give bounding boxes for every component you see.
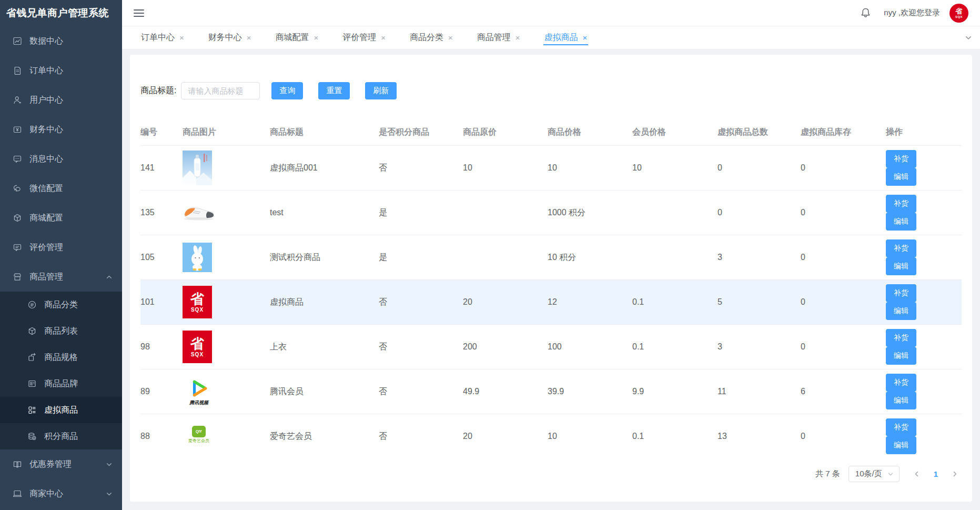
sidebar-item-points-product[interactable]: 积分商品	[0, 423, 122, 449]
sidebar-item-product-spec[interactable]: 商品规格	[0, 344, 122, 371]
content-card: 商品标题: 查询 重置 刷新 编号商品图片商品标题是否积分商品商品原价商品价格会…	[130, 55, 972, 502]
cell-virtual-stock: 6	[801, 369, 886, 414]
welcome-text: nyy ,欢迎您登录	[884, 8, 940, 18]
finance-icon	[13, 125, 22, 134]
cell-title: 上衣	[270, 325, 379, 369]
close-icon[interactable]: ×	[448, 34, 453, 42]
page-size-value: 10条/页	[855, 469, 882, 479]
sidebar-item-data-center[interactable]: 数据中心	[0, 26, 122, 56]
edit-button[interactable]: 编辑	[886, 347, 916, 365]
brand-icon	[27, 379, 37, 388]
notification-bell-icon[interactable]	[860, 7, 871, 18]
sidebar-item-mall-config[interactable]: 商城配置	[0, 203, 122, 233]
column-header: 商品价格	[548, 122, 632, 146]
sidebar-item-label: 虚拟商品	[44, 405, 78, 416]
close-icon[interactable]: ×	[583, 34, 588, 42]
cell-title: 虚拟商品	[270, 280, 379, 325]
restock-button[interactable]: 补货	[886, 418, 916, 436]
restock-button[interactable]: 补货	[886, 374, 916, 392]
column-header: 会员价格	[632, 122, 718, 146]
tab-review-management[interactable]: 评价管理×	[342, 26, 386, 49]
edit-button[interactable]: 编辑	[886, 213, 916, 231]
cell-virtual-total: 5	[718, 280, 801, 325]
tab-label: 商品管理	[477, 32, 511, 43]
prev-page-button[interactable]	[913, 471, 920, 477]
edit-button[interactable]: 编辑	[886, 302, 916, 320]
cell-member-price: 9.9	[632, 369, 718, 414]
tab-virtual-product[interactable]: 虚拟商品×	[544, 26, 588, 49]
sidebar-item-finance-center[interactable]: 财务中心	[0, 115, 122, 144]
grid-icon	[27, 405, 37, 415]
sidebar-item-product-list[interactable]: 商品列表	[0, 318, 122, 344]
cell-original-price: 200	[463, 325, 548, 369]
tab-label: 虚拟商品	[544, 32, 578, 43]
tab-product-category[interactable]: 商品分类×	[410, 26, 453, 49]
sidebar-item-label: 消息中心	[29, 154, 63, 165]
page-size-select[interactable]: 10条/页	[848, 466, 900, 482]
comment-icon	[13, 243, 22, 252]
sidebar-item-product-brand[interactable]: 商品品牌	[0, 371, 122, 397]
sidebar-item-label: 商品管理	[29, 272, 63, 283]
table-row: 141虚拟商品001否10101000补货编辑	[140, 146, 962, 191]
close-icon[interactable]: ×	[247, 34, 251, 42]
cell-is-points: 否	[379, 369, 463, 414]
cell-id: 135	[140, 191, 183, 235]
cell-is-points: 是	[379, 235, 463, 280]
sidebar-toggle-button[interactable]	[134, 9, 144, 17]
chevron-up-icon	[106, 274, 113, 281]
tab-order-center[interactable]: 订单中心×	[141, 26, 184, 49]
sidebar-item-product-management[interactable]: 商品管理	[0, 262, 122, 292]
coupon-icon	[13, 459, 22, 469]
table-row: 88QIY爱奇艺会员····爱奇艺会员否20100.1130补货编辑	[140, 414, 962, 459]
app-title: 省钱兄单商户管理系统	[0, 0, 122, 26]
restock-button[interactable]: 补货	[886, 150, 916, 168]
tab-product-management[interactable]: 商品管理×	[477, 26, 520, 49]
cell-price: 10	[548, 414, 632, 459]
refresh-button[interactable]: 刷新	[365, 82, 397, 99]
tab-mall-config[interactable]: 商城配置×	[276, 26, 319, 49]
sidebar-item-coupon-management[interactable]: 优惠券管理	[0, 449, 122, 479]
restock-button[interactable]: 补货	[886, 239, 916, 257]
product-image-sqx: 省SQX	[183, 286, 212, 318]
close-icon[interactable]: ×	[381, 34, 386, 42]
sidebar-item-merchant-center[interactable]: 商家中心	[0, 479, 122, 508]
edit-button[interactable]: 编辑	[886, 168, 916, 186]
restock-button[interactable]: 补货	[886, 284, 916, 302]
reset-button[interactable]: 重置	[318, 82, 350, 99]
close-icon[interactable]: ×	[314, 34, 319, 42]
close-icon[interactable]: ×	[179, 34, 184, 42]
cell-virtual-total: 11	[718, 369, 801, 414]
restock-button[interactable]: 补货	[886, 329, 916, 347]
cell-is-points: 否	[379, 414, 463, 459]
search-input[interactable]	[181, 82, 260, 99]
query-button[interactable]: 查询	[271, 82, 303, 99]
current-page[interactable]: 1	[934, 469, 938, 478]
restock-button[interactable]: 补货	[886, 195, 916, 213]
edit-button[interactable]: 编辑	[886, 392, 916, 409]
cell-virtual-stock: 0	[801, 414, 886, 459]
sidebar-item-label: 数据中心	[29, 36, 63, 47]
chevron-down-icon	[887, 471, 894, 477]
next-page-button[interactable]	[952, 471, 958, 477]
sidebar-item-wechat-config[interactable]: 微信配置	[0, 174, 122, 203]
sidebar-item-label: 财务中心	[29, 124, 63, 135]
sidebar-item-review-management[interactable]: 评价管理	[0, 233, 122, 262]
close-icon[interactable]: ×	[516, 34, 520, 42]
cell-is-points: 否	[379, 325, 463, 369]
sidebar-item-user-center[interactable]: 用户中心	[0, 85, 122, 115]
sidebar-item-message-center[interactable]: 消息中心	[0, 144, 122, 174]
sidebar-item-order-center[interactable]: 订单中心	[0, 56, 122, 85]
sidebar-item-virtual-product[interactable]: 虚拟商品	[0, 397, 122, 423]
cell-original-price: 49.9	[463, 369, 548, 414]
cell-id: 101	[140, 280, 183, 325]
edit-button[interactable]: 编辑	[886, 436, 916, 454]
sidebar-item-product-category[interactable]: 商品分类	[0, 292, 122, 318]
cell-original-price: 20	[463, 280, 548, 325]
tab-label: 商城配置	[276, 32, 309, 43]
avatar[interactable]: 省 SQX	[949, 4, 968, 23]
tab-finance-center[interactable]: 财务中心×	[208, 26, 251, 49]
edit-button[interactable]: 编辑	[886, 257, 916, 275]
tabs-overflow-button[interactable]	[957, 26, 980, 49]
cell-actions: 补货编辑	[886, 146, 962, 191]
spec-icon	[27, 353, 37, 362]
